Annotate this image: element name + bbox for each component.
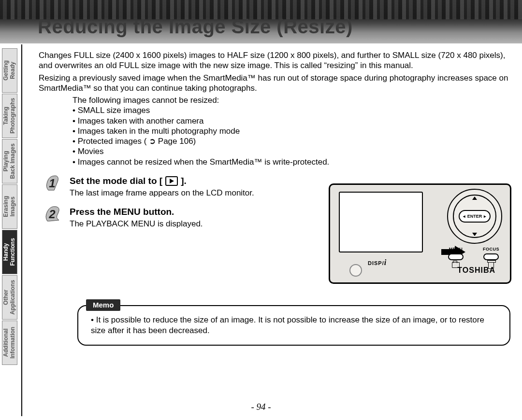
enter-button: ◂ENTER▸ — [459, 210, 491, 223]
list-item: Movies — [72, 146, 511, 156]
list-item: Protected images ( ➲ Page 106) — [72, 136, 511, 146]
intro-paragraph-2: Resizing a previously saved image when t… — [39, 73, 511, 94]
memo-section: Memo It is possible to reduce the size o… — [77, 299, 510, 346]
menu-button — [448, 253, 464, 260]
camera-body: DISP/i TOSHIBA ◂ENTER▸ MENU FOCUS — [329, 183, 511, 284]
tab-additional-information[interactable]: AdditionalInformation — [2, 321, 17, 365]
folder-icon — [452, 262, 460, 268]
intro-paragraph-1: Changes FULL size (2400 x 1600 pixels) i… — [39, 50, 511, 71]
dpad-down-icon — [472, 233, 477, 236]
tab-erasing-images[interactable]: ErasingImages — [2, 184, 17, 229]
tab-taking-photographs[interactable]: TakingPhotographs — [2, 94, 17, 138]
camera-diagram: DISP/i TOSHIBA ◂ENTER▸ MENU FOCUS — [329, 183, 511, 284]
page-number: - 94 - — [0, 402, 522, 412]
disp-label: DISP/i — [368, 258, 387, 267]
step-number-2-icon: 2 — [43, 204, 63, 224]
list-item: Images taken in the multi photography mo… — [72, 126, 511, 136]
focus-label: FOCUS — [483, 247, 499, 252]
svg-text:2: 2 — [48, 208, 56, 221]
step-number-1-icon: 1 — [43, 173, 63, 193]
dpad-up-icon — [472, 196, 477, 200]
playback-mode-icon — [165, 176, 178, 186]
tab-playing-back-images[interactable]: PlayingBack Images — [2, 139, 17, 183]
title-banner: Reducing the Image Size (Resize) — [0, 0, 522, 43]
page-title: Reducing the Image Size (Resize) — [38, 16, 353, 38]
manual-page: Reducing the Image Size (Resize) Getting… — [0, 0, 522, 420]
list-item: Images taken with another camera — [72, 116, 511, 126]
memo-tag: Memo — [86, 299, 120, 311]
tab-handy-functions[interactable]: HandyFunctions — [2, 230, 17, 274]
tab-getting-ready[interactable]: GettingReady — [2, 48, 17, 93]
trash-icon — [488, 262, 494, 269]
button-row: MENU FOCUS — [448, 247, 499, 269]
svg-text:1: 1 — [49, 177, 55, 190]
memo-item: It is possible to reduce the size of an … — [91, 315, 497, 336]
menu-button-group: MENU — [448, 247, 464, 269]
cannot-resize-list: SMALL size images Images taken with anot… — [72, 105, 511, 167]
left-margin-rule — [21, 44, 22, 416]
section-tabs: GettingReady TakingPhotographs PlayingBa… — [2, 48, 17, 396]
menu-label: MENU — [449, 247, 463, 252]
tab-other-applications[interactable]: OtherApplications — [2, 275, 17, 320]
disp-button — [349, 264, 362, 277]
focus-button — [483, 253, 499, 260]
list-item: Images cannot be resized when the SmartM… — [72, 157, 511, 167]
focus-button-group: FOCUS — [483, 247, 499, 269]
control-dial: ◂ENTER▸ — [447, 189, 502, 244]
list-item: SMALL size images — [72, 105, 511, 115]
lcd-screen — [339, 192, 423, 252]
memo-box: It is possible to reduce the size of an … — [77, 305, 510, 346]
cannot-resize-intro: The following images cannot be resized: — [72, 95, 511, 105]
